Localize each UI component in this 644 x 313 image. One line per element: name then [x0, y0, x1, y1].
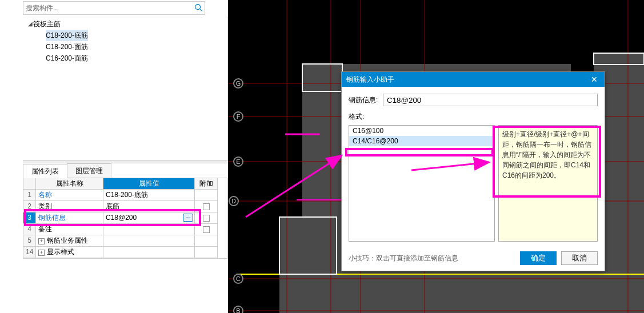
rebar-helper-dialog: 钢筋输入小助手 ✕ 钢筋信息: 格式: C16@100 C14/C16@200 … — [341, 71, 605, 271]
search-bar — [23, 1, 205, 15]
grid-row[interactable]: 2 类别 底筋 — [23, 201, 227, 212]
format-label: 格式: — [349, 112, 598, 122]
dialog-titlebar[interactable]: 钢筋输入小助手 ✕ — [342, 72, 605, 87]
row-num: 1 — [23, 190, 36, 201]
header-value: 属性值 — [103, 178, 195, 190]
prop-value[interactable]: 底筋 — [103, 201, 195, 212]
caret-down-icon: ◢ — [27, 18, 33, 30]
axis-label: E — [233, 156, 243, 167]
row-num: 3 — [23, 212, 36, 224]
field-label: 钢筋信息: — [349, 95, 383, 105]
grid-row[interactable]: 5 +钢筋业务属性 — [23, 235, 227, 247]
axis-label: D — [229, 196, 239, 206]
prop-name: 类别 — [36, 201, 103, 212]
row-num: 5 — [23, 235, 36, 247]
ok-button[interactable]: 确定 — [520, 251, 557, 265]
property-grid: 属性名称 属性值 附加 1 名称 C18-200-底筋 2 类别 底筋 3 钢筋… — [23, 178, 228, 259]
left-panel: ◢ 筏板主筋 C18-200-底筋 C18-200-面筋 C16-200-面筋 … — [0, 0, 228, 313]
tab-properties[interactable]: 属性列表 — [23, 164, 67, 178]
extra-checkbox[interactable] — [203, 226, 210, 233]
prop-value[interactable] — [103, 224, 195, 235]
prop-name: 备注 — [36, 224, 103, 235]
search-input[interactable] — [26, 4, 194, 12]
format-list[interactable]: C16@100 C14/C16@200 — [349, 125, 495, 242]
prop-name: +显示样式 — [36, 247, 103, 258]
rebar-info-input[interactable] — [383, 94, 598, 106]
prop-name: 钢筋信息 — [36, 212, 103, 224]
ellipsis-button[interactable]: ⋯ — [183, 214, 193, 222]
close-icon[interactable]: ✕ — [589, 75, 600, 84]
axis-label: F — [233, 111, 243, 122]
search-icon[interactable] — [194, 3, 202, 13]
tab-layers[interactable]: 图层管理 — [67, 163, 111, 178]
grid-row[interactable]: 4 备注 — [23, 224, 227, 235]
prop-value[interactable]: C18@200⋯ — [103, 212, 195, 224]
header-extra: 附加 — [195, 178, 218, 190]
grid-header: 属性名称 属性值 附加 — [23, 178, 227, 190]
expand-icon[interactable]: + — [38, 250, 45, 256]
dialog-title: 钢筋输入小助手 — [346, 75, 394, 85]
axis-label: B — [233, 306, 243, 313]
header-name: 属性名称 — [36, 178, 103, 190]
cancel-button[interactable]: 取消 — [561, 251, 598, 265]
axis-label: G — [233, 78, 243, 89]
expand-icon[interactable]: + — [38, 238, 45, 244]
extra-checkbox[interactable] — [203, 215, 210, 222]
format-description: 级别+直径/级别+直径+@+间距，钢筋隔一布一时，钢筋信息用“/”隔开，输入的间… — [498, 125, 598, 242]
prop-name: 名称 — [36, 190, 103, 201]
list-item[interactable]: C14/C16@200 — [349, 136, 494, 146]
tabs: 属性列表 图层管理 — [23, 163, 228, 178]
tree-item[interactable]: C16-200-面筋 — [23, 53, 227, 64]
tree-item-label: C16-200-面筋 — [46, 53, 88, 64]
prop-value[interactable]: C18-200-底筋 — [103, 190, 195, 201]
tree-item-label: C18-200-面筋 — [46, 41, 88, 53]
list-item[interactable]: C16@100 — [349, 126, 494, 136]
grid-row[interactable]: 1 名称 C18-200-底筋 — [23, 190, 227, 201]
component-tree: ◢ 筏板主筋 C18-200-底筋 C18-200-面筋 C16-200-面筋 — [0, 16, 228, 160]
grid-row[interactable]: 14 +显示样式 — [23, 247, 227, 258]
row-num: 2 — [23, 201, 36, 212]
axis-label: C — [233, 274, 243, 284]
svg-line-1 — [200, 9, 202, 11]
tree-item[interactable]: C18-200-面筋 — [23, 41, 227, 53]
tree-parent-label: 筏板主筋 — [33, 18, 61, 30]
tree-item[interactable]: C18-200-底筋 — [23, 30, 227, 41]
prop-name: +钢筋业务属性 — [36, 235, 103, 247]
grid-row[interactable]: 3 钢筋信息 C18@200⋯ — [23, 212, 227, 224]
tree-parent[interactable]: ◢ 筏板主筋 — [23, 18, 227, 30]
extra-checkbox[interactable] — [203, 203, 210, 210]
tree-item-label: C18-200-底筋 — [46, 30, 88, 41]
row-num: 14 — [23, 247, 36, 258]
svg-point-0 — [195, 4, 201, 9]
row-num: 4 — [23, 224, 36, 235]
tip-text: 小技巧：双击可直接添加至钢筋信息 — [349, 254, 515, 263]
